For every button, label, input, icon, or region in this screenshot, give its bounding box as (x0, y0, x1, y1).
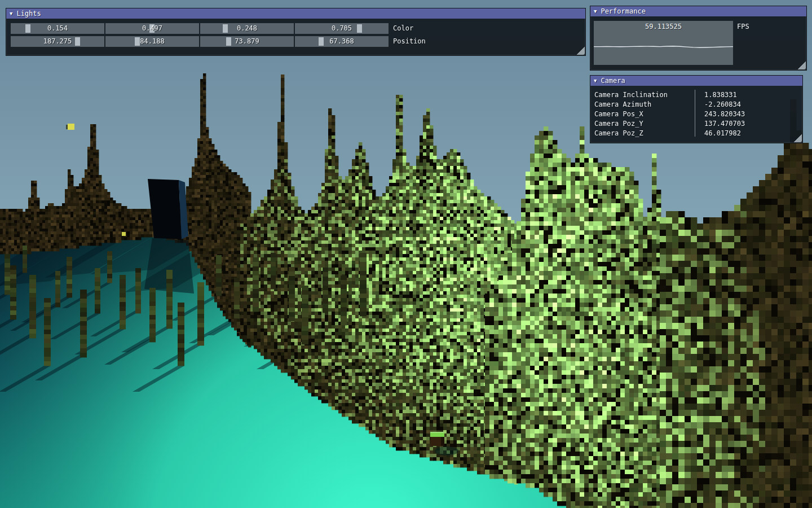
fps-value: 59.113525 (594, 23, 733, 30)
resize-grip[interactable] (797, 61, 806, 69)
app-window: ▼ Lights 0.154 0.497 0.248 0.7 (0, 0, 812, 508)
lights-panel: ▼ Lights 0.154 0.497 0.248 0.7 (6, 8, 586, 56)
camera-panel: ▼ Camera Camera Inclination 1.838331 Cam… (590, 75, 803, 143)
position-row-label: Position (393, 36, 426, 47)
light-color-row: 0.154 0.497 0.248 0.705 Color (11, 23, 426, 34)
light-position-slider-2[interactable]: 73.879 (200, 36, 294, 47)
performance-panel-header[interactable]: ▼ Performance (590, 6, 806, 16)
camera-row-value[interactable]: 137.470703 (699, 120, 745, 128)
camera-row-inclination: Camera Inclination 1.838331 (590, 90, 802, 99)
slider-value: 0.497 (105, 23, 199, 34)
camera-row-value[interactable]: -2.260834 (699, 100, 741, 108)
slider-value: 73.879 (200, 36, 294, 47)
camera-row-pos-x: Camera Pos_X 243.820343 (590, 109, 802, 119)
camera-row-value[interactable]: 1.838331 (699, 91, 737, 99)
resize-grip[interactable] (576, 46, 585, 55)
slider-value: 0.154 (11, 23, 104, 34)
light-position-slider-1[interactable]: 84.188 (105, 36, 199, 47)
light-color-slider-1[interactable]: 0.497 (105, 23, 199, 34)
slider-value: 67.368 (295, 36, 389, 47)
camera-row-label: Camera Poz_Z (590, 129, 699, 137)
performance-panel-title: Performance (601, 6, 645, 16)
camera-row-label: Camera Pos_X (590, 110, 699, 118)
camera-panel-header[interactable]: ▼ Camera (590, 76, 802, 86)
light-position-slider-3[interactable]: 67.368 (295, 36, 389, 47)
light-color-slider-0[interactable]: 0.154 (11, 23, 104, 34)
camera-row-value[interactable]: 243.820343 (699, 110, 745, 118)
light-color-slider-2[interactable]: 0.248 (200, 23, 294, 34)
camera-row-poz-y: Camera Poz_Y 137.470703 (590, 119, 802, 128)
fps-graph: 59.113525 (594, 21, 733, 65)
camera-rows: Camera Inclination 1.838331 Camera Azimu… (590, 90, 802, 138)
fps-label: FPS (737, 23, 749, 30)
resize-grip[interactable] (793, 134, 802, 142)
lights-panel-title: Lights (16, 8, 41, 19)
camera-row-value[interactable]: 46.017982 (699, 129, 741, 137)
slider-value: 0.248 (200, 23, 294, 34)
camera-divider (695, 90, 695, 137)
camera-row-label: Camera Inclination (590, 91, 699, 99)
camera-row-poz-z: Camera Poz_Z 46.017982 (590, 128, 802, 138)
light-position-slider-0[interactable]: 187.275 (11, 36, 104, 47)
slider-value: 187.275 (11, 36, 104, 47)
camera-row-label: Camera Poz_Y (590, 120, 699, 128)
color-row-label: Color (393, 23, 413, 34)
performance-panel: ▼ Performance 59.113525 FPS (590, 6, 807, 71)
slider-value: 0.705 (295, 23, 389, 34)
collapse-icon[interactable]: ▼ (594, 9, 597, 14)
light-position-row: 187.275 84.188 73.879 67.368 Position (11, 36, 426, 47)
collapse-icon[interactable]: ▼ (10, 11, 12, 16)
collapse-icon[interactable]: ▼ (594, 78, 597, 84)
slider-value: 84.188 (105, 36, 199, 47)
lights-panel-body: 0.154 0.497 0.248 0.705 Color (11, 23, 426, 47)
camera-panel-title: Camera (601, 76, 625, 86)
camera-row-label: Camera Azimuth (590, 100, 699, 108)
lights-panel-header[interactable]: ▼ Lights (6, 8, 585, 19)
light-color-slider-3[interactable]: 0.705 (295, 23, 389, 34)
camera-row-azimuth: Camera Azimuth -2.260834 (590, 99, 802, 109)
